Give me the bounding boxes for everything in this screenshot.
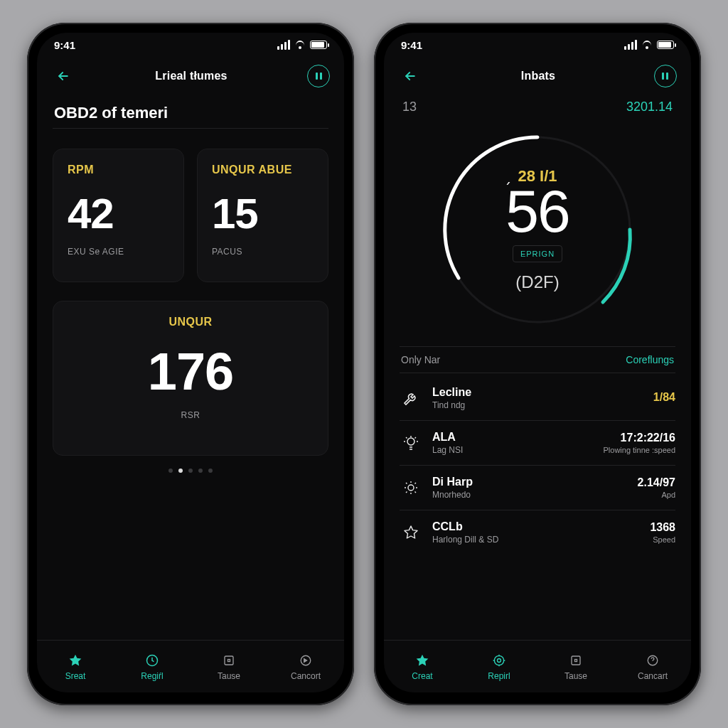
stat-left: 13 [402, 100, 417, 114]
tab-left[interactable]: Only Nar [401, 354, 440, 365]
page-title: Lrieal tłumes [155, 70, 227, 82]
metric-card-unqur-abue[interactable]: UNQUR ABUE 15 PACUS [197, 149, 328, 282]
page-title: Inbats [521, 70, 555, 82]
list-item[interactable]: CCLb Harlong Dill & SD 1368 Speed [400, 510, 675, 555]
row-value: 1368 [650, 521, 675, 534]
nav-label: Tause [218, 671, 240, 681]
gauge-sub: (D2F) [505, 272, 569, 292]
nav-label: Cancort [291, 671, 321, 681]
card-label: UNQUR [68, 316, 314, 328]
pause-button[interactable] [307, 65, 330, 87]
metric-card-rpm[interactable]: RPM 42 EXU Se AGIE [53, 149, 184, 282]
wifi-icon [641, 41, 653, 49]
card-sub: EXU Se AGIE [68, 247, 169, 257]
sound-icon [298, 653, 314, 668]
card-label: UNQUR ABUE [212, 164, 314, 176]
square-icon [221, 653, 237, 668]
divider [53, 128, 328, 129]
gauge-value: ́56 [505, 181, 569, 241]
list-item[interactable]: Lecline Tind ndg 1/84 [400, 376, 675, 421]
gauge: 28 I/1 ́56 EPRIGN (D2F) [400, 116, 675, 343]
top-bar: Lrieal tłumes [37, 57, 344, 95]
star-icon [414, 653, 430, 668]
nav-label: Cancart [638, 671, 668, 681]
content-area: 13 3201.14 28 I/1 ́56 EPRIGN (D2F) Only … [384, 95, 691, 640]
svg-point-6 [408, 485, 414, 491]
content-area: OBD2 of temeri RPM 42 EXU Se AGIE UNQUR … [37, 95, 344, 640]
nav-item-creat[interactable]: Creat [384, 641, 461, 692]
svg-point-8 [498, 658, 501, 662]
row-sub: Lag NSI [432, 445, 593, 455]
square-icon [568, 653, 584, 668]
metric-card-unqur[interactable]: UNQUR 176 RSR [53, 301, 328, 456]
wrench-icon [400, 387, 422, 410]
nav-item-sreat[interactable]: Sreat [37, 641, 114, 692]
top-stats: 13 3201.14 [402, 100, 673, 114]
back-button[interactable] [398, 64, 422, 88]
list-item[interactable]: Di Harp Mnorhedo 2.14/97 Apd [400, 466, 675, 510]
nav-item-repirl[interactable]: Repirl [461, 641, 537, 692]
battery-icon [310, 41, 327, 49]
nav-item-tause[interactable]: Tause [191, 641, 267, 692]
section-heading: OBD2 of temeri [54, 104, 327, 122]
row-title: CCLb [432, 520, 640, 533]
page-dots[interactable] [53, 469, 328, 473]
card-value: 176 [68, 341, 314, 402]
nav-label: Creat [412, 671, 432, 681]
svg-point-7 [494, 655, 503, 665]
row-sub: Harlong Dill & SD [432, 535, 640, 545]
row-value: 17:2:22/16 [603, 432, 675, 444]
nav-item-cancort[interactable]: Cancort [267, 641, 344, 692]
cellular-icon [277, 40, 290, 50]
card-label: RPM [68, 164, 169, 176]
nav-item-cancart[interactable]: Cancart [614, 641, 691, 692]
nav-item-tause[interactable]: Tause [537, 641, 614, 692]
tab-right[interactable]: Coreflungs [626, 354, 674, 365]
wifi-icon [294, 41, 306, 49]
filter-tabs[interactable]: Only Nar Coreflungs [400, 346, 675, 373]
row-sub: Mnorhedo [432, 490, 628, 500]
stat-right: 3201.14 [626, 100, 673, 114]
target-icon [491, 653, 507, 668]
help-icon [645, 653, 660, 668]
status-indicators [624, 40, 674, 50]
row-title: ALA [432, 431, 593, 444]
bulb-icon [400, 432, 422, 454]
card-value: 42 [68, 189, 169, 238]
row-title: Lecline [432, 386, 643, 399]
top-bar: Inbats [384, 57, 691, 95]
screen-right: 9:41 Inbats 13 3201.14 [384, 33, 691, 692]
svg-rect-10 [575, 659, 577, 661]
metrics-list: Lecline Tind ndg 1/84 ALA Lag NSI [400, 376, 675, 555]
row-value-sub: Speed [650, 535, 675, 544]
svg-rect-9 [572, 656, 580, 665]
nav-label: Sreat [65, 671, 86, 681]
status-time: 9:41 [54, 39, 75, 51]
row-value: 1/84 [653, 391, 675, 404]
nav-item-regirl[interactable]: Regiŕl [114, 641, 191, 692]
status-time: 9:41 [401, 39, 422, 51]
star-icon [68, 653, 83, 668]
row-sub: Tind ndg [432, 400, 643, 410]
status-indicators [277, 40, 327, 50]
battery-icon [657, 41, 674, 49]
status-bar: 9:41 [37, 33, 344, 57]
star-outline-icon [400, 521, 422, 544]
row-value-sub: Plowing tinne :speed [603, 446, 675, 454]
nav-label: Tause [564, 671, 587, 681]
row-title: Di Harp [432, 476, 628, 488]
screen-left: 9:41 Lrieal tłumes OBD2 of temeri RPM 42… [37, 33, 344, 692]
cellular-icon [624, 40, 637, 50]
phone-right: 9:41 Inbats 13 3201.14 [374, 23, 701, 705]
gauge-badge: EPRIGN [513, 245, 562, 262]
list-item[interactable]: ALA Lag NSI 17:2:22/16 Plowing tinne :sp… [400, 421, 675, 466]
phone-left: 9:41 Lrieal tłumes OBD2 of temeri RPM 42… [27, 23, 354, 705]
sun-gear-icon [400, 476, 422, 499]
nav-label: Regiŕl [141, 671, 163, 681]
status-bar: 9:41 [384, 33, 691, 57]
pause-button[interactable] [654, 65, 677, 87]
gauge-center: 28 I/1 ́56 EPRIGN (D2F) [505, 167, 569, 292]
back-button[interactable] [51, 64, 75, 88]
cards-row: RPM 42 EXU Se AGIE UNQUR ABUE 15 PACUS [53, 149, 328, 282]
card-sub: PACUS [212, 247, 314, 257]
